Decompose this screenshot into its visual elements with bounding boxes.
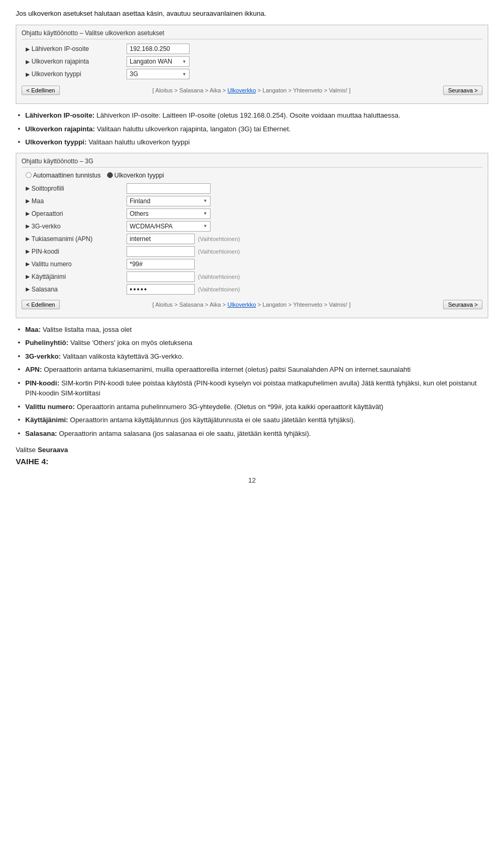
arrow-icon: ▶ bbox=[26, 261, 30, 267]
panel2-label-maa: ▶Maa bbox=[22, 197, 127, 205]
panel1-next-button[interactable]: Seuraava > bbox=[443, 86, 482, 95]
password-dots: ••••• bbox=[130, 285, 148, 294]
panel2-label-kayttaja: ▶Käyttäjänimi bbox=[22, 273, 127, 280]
arrow-icon: ▶ bbox=[26, 223, 30, 229]
bullet2-label2: Puhelinyhtiö: bbox=[25, 339, 68, 347]
panel2-label-salasana: ▶Salasana bbox=[22, 286, 127, 293]
bullet2-text7: Operaattorin antama käyttäjätunnus (jos … bbox=[70, 416, 355, 424]
breadcrumb-link2[interactable]: Ulkoverkko bbox=[227, 301, 256, 308]
panel1-label-ip: ▶Lähiverkon IP-osoite bbox=[22, 45, 127, 53]
panel1-row-rajapinta: ▶Ulkoverkon rajapinta Langaton WAN bbox=[22, 56, 482, 67]
bullet2-item4: APN: Operaattorin antama tukiasemanimi, … bbox=[16, 364, 488, 375]
bullet2-label4: APN: bbox=[25, 365, 42, 373]
bullet2-label1: Maa: bbox=[25, 326, 41, 333]
arrow-icon: ▶ bbox=[26, 198, 30, 204]
radio-auto-label: Automaattinen tunnistus bbox=[33, 172, 101, 179]
panel2-title: Ohjattu käyttöönotto – 3G bbox=[22, 158, 482, 168]
bullet2-label5: PIN-koodi: bbox=[25, 379, 59, 387]
rajapinta-select[interactable]: Langaton WAN bbox=[127, 56, 190, 67]
arrow-icon: ▶ bbox=[26, 46, 30, 52]
bullet1-text2: Valitaan haluttu ulkoverkon rajapinta, l… bbox=[97, 125, 291, 133]
bullet1-text1: Lähiverkon IP-osoite: Laitteen IP-osoite… bbox=[97, 111, 401, 119]
numero-input[interactable]: *99# bbox=[127, 259, 195, 269]
bullet1-item1: Lähiverkon IP-osoite: Lähiverkon IP-osoi… bbox=[16, 110, 488, 121]
bullet2-item7: Käyttäjänimi: Operaattorin antama käyttä… bbox=[16, 415, 488, 425]
bullet2-item3: 3G-verkko: Valitaan valikosta käytettävä… bbox=[16, 351, 488, 362]
bullet2-item6: Valittu numero: Operaattorin antama puhe… bbox=[16, 402, 488, 412]
bullet2-text3: Valitaan valikosta käytettävä 3G-verkko. bbox=[63, 352, 184, 360]
bullet1-item3: Ulkoverkon tyyppi: Valitaan haluttu ulko… bbox=[16, 137, 488, 148]
arrow-icon: ▶ bbox=[26, 211, 30, 216]
panel2-row-maa: ▶Maa Finland bbox=[22, 196, 482, 206]
bullet2-item1: Maa: Valitse listalta maa, jossa olet bbox=[16, 325, 488, 335]
maa-select[interactable]: Finland bbox=[127, 196, 211, 206]
bullet2-text5: SIM-kortin PIN-koodi tulee poistaa käytö… bbox=[25, 379, 477, 398]
panel2-row-apn: ▶Tukiasemanimi (APN) internet (Vaihtoeht… bbox=[22, 234, 482, 244]
arrow-icon: ▶ bbox=[26, 274, 30, 279]
panel2-value-operaattori: Others bbox=[127, 208, 482, 219]
bullets2-list: Maa: Valitse listalta maa, jossa olet Pu… bbox=[16, 325, 488, 439]
pin-input[interactable] bbox=[127, 246, 195, 257]
bullet2-label7: Käyttäjänimi: bbox=[25, 416, 68, 424]
radio-manual[interactable]: Ulkoverkon tyyppi bbox=[107, 172, 164, 179]
panel2-row-numero: ▶Valittu numero *99# bbox=[22, 259, 482, 269]
panel2-value-kayttaja: (Vaihtoehtoinen) bbox=[127, 271, 482, 282]
panel1-value-rajapinta: Langaton WAN bbox=[127, 56, 482, 67]
radio-manual-label: Ulkoverkon tyyppi bbox=[114, 172, 164, 179]
panel2-prev-button[interactable]: < Edellinen bbox=[22, 300, 60, 309]
panel2-row-kayttaja: ▶Käyttäjänimi (Vaihtoehtoinen) bbox=[22, 271, 482, 282]
radio-manual-icon bbox=[107, 172, 113, 178]
panel1-navbar: < Edellinen [ Aloitus > Salasana > Aika … bbox=[22, 86, 482, 95]
page-number: 12 bbox=[16, 476, 488, 484]
bullet2-text6: Operaattorin antama puhelinnumero 3G-yht… bbox=[77, 403, 383, 411]
panel-wan-settings: Ohjattu käyttöönotto – Valitse ulkoverko… bbox=[16, 25, 488, 104]
intro-text: Jos ulkoverkon asetukset halutaan asetta… bbox=[16, 9, 488, 17]
valitse-seuraava-text: Valitse Seuraava bbox=[16, 446, 488, 454]
bullet2-item8: Salasana: Operaattorin antama salasana (… bbox=[16, 428, 488, 439]
panel2-breadcrumb: [ Aloitus > Salasana > Aika > Ulkoverkko… bbox=[152, 301, 351, 308]
panel1-row-tyyppi: ▶Ulkoverkon tyyppi 3G bbox=[22, 69, 482, 79]
panel1-label-tyyppi: ▶Ulkoverkon tyyppi bbox=[22, 70, 127, 78]
bullet2-text2: Valitse 'Others' joka on myös oletuksena bbox=[70, 339, 192, 347]
soitto-input[interactable] bbox=[127, 183, 211, 194]
arrow-icon: ▶ bbox=[26, 59, 30, 65]
radio-auto[interactable]: Automaattinen tunnistus bbox=[26, 172, 101, 179]
operaattori-select[interactable]: Others bbox=[127, 208, 211, 219]
panel2-row-operaattori: ▶Operaattori Others bbox=[22, 208, 482, 219]
panel1-prev-button[interactable]: < Edellinen bbox=[22, 86, 60, 95]
bullet1-label2: Ulkoverkon rajapinta: bbox=[25, 125, 95, 133]
apn-optional: (Vaihtoehtoinen) bbox=[198, 236, 240, 242]
panel2-row-pin: ▶PIN-koodi (Vaihtoehtoinen) bbox=[22, 246, 482, 257]
bullet1-label3: Ulkoverkon tyyppi: bbox=[25, 138, 87, 146]
bullet1-text3: Valitaan haluttu ulkoverkon tyyppi bbox=[89, 138, 190, 146]
panel2-row-soitto: ▶Soittoprofiili bbox=[22, 183, 482, 194]
3gverkko-select[interactable]: WCDMA/HSPA bbox=[127, 221, 211, 232]
breadcrumb-link[interactable]: Ulkoverkko bbox=[227, 87, 256, 93]
bullet2-text1: Valitse listalta maa, jossa olet bbox=[43, 326, 132, 333]
apn-input[interactable]: internet bbox=[127, 234, 195, 244]
tyyppi-select[interactable]: 3G bbox=[127, 69, 190, 79]
panel2-value-pin: (Vaihtoehtoinen) bbox=[127, 246, 482, 257]
bullets1-list: Lähiverkon IP-osoite: Lähiverkon IP-osoi… bbox=[16, 110, 488, 148]
panel2-row-3gverkko: ▶3G-verkko WCDMA/HSPA bbox=[22, 221, 482, 232]
bullet2-item5: PIN-koodi: SIM-kortin PIN-koodi tulee po… bbox=[16, 378, 488, 399]
panel2-row-salasana: ▶Salasana ••••• (Vaihtoehtoinen) bbox=[22, 284, 482, 295]
arrow-icon: ▶ bbox=[26, 248, 30, 254]
panel2-next-button[interactable]: Seuraava > bbox=[443, 300, 482, 309]
bullet2-label8: Salasana: bbox=[25, 430, 57, 437]
panel2-radio-row: Automaattinen tunnistus Ulkoverkon tyypp… bbox=[22, 172, 482, 179]
vaihe-heading: VAIHE 4: bbox=[16, 457, 488, 466]
salasana-input[interactable]: ••••• bbox=[127, 284, 195, 295]
ip-input[interactable]: 192.168.0.250 bbox=[127, 44, 190, 54]
panel2-navbar: < Edellinen [ Aloitus > Salasana > Aika … bbox=[22, 300, 482, 309]
bullet2-label6: Valittu numero: bbox=[25, 403, 75, 411]
panel-3g-settings: Ohjattu käyttöönotto – 3G Automaattinen … bbox=[16, 153, 488, 318]
pin-optional: (Vaihtoehtoinen) bbox=[198, 248, 240, 255]
kayttaja-optional: (Vaihtoehtoinen) bbox=[198, 274, 240, 280]
bullet2-item2: Puhelinyhtiö: Valitse 'Others' joka on m… bbox=[16, 338, 488, 348]
panel2-label-numero: ▶Valittu numero bbox=[22, 260, 127, 268]
kayttaja-input[interactable] bbox=[127, 271, 195, 282]
panel2-label-pin: ▶PIN-koodi bbox=[22, 248, 127, 255]
panel2-value-maa: Finland bbox=[127, 196, 482, 206]
panel2-value-numero: *99# bbox=[127, 259, 482, 269]
